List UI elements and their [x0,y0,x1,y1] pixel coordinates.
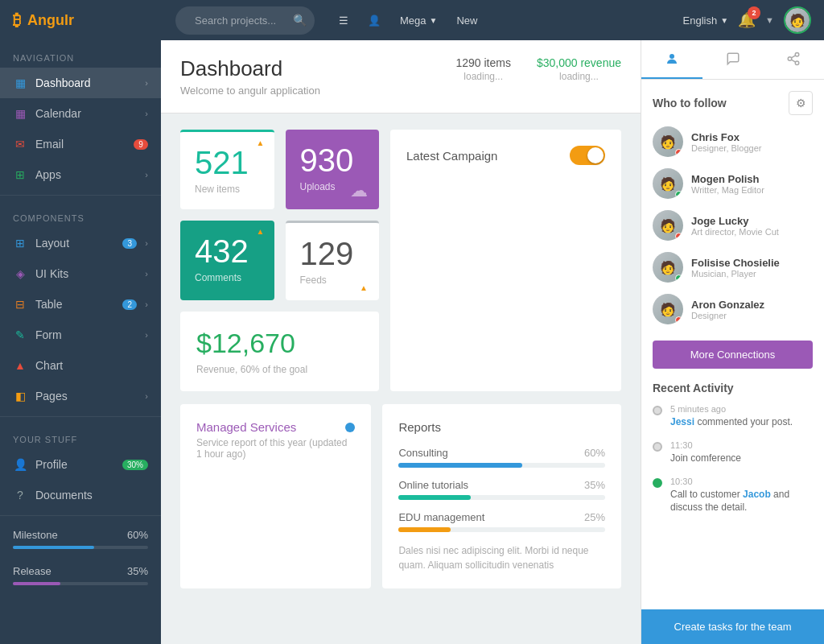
svg-point-0 [670,54,674,59]
status-dot [675,149,682,156]
consulting-label: Consulting [398,447,447,459]
notifications-button[interactable]: 🔔 2 [738,11,756,29]
sidebar-item-form[interactable]: ✎ Form › [0,320,161,350]
logo-icon: ₿ [13,11,21,30]
mega-menu-btn[interactable]: Mega ▼ [392,11,445,30]
search-button[interactable]: 🔍 [293,14,307,27]
sidebar-label-email: Email [35,138,126,151]
status-dot [675,316,682,324]
sidebar-item-table[interactable]: ⊟ Table 2 › [0,289,161,320]
sidebar-item-layout[interactable]: ⊞ Layout 3 › [0,228,161,258]
sidebar-item-documents[interactable]: ? Documents [0,480,161,510]
follower-name: Mogen Polish [691,173,764,185]
notification-badge: 2 [748,6,760,19]
new-menu-btn[interactable]: New [448,11,485,30]
logo: ₿ Angulr [13,11,166,30]
sidebar-item-email[interactable]: ✉ Email 9 [0,129,161,159]
triangle-icon: ▲ [257,138,265,147]
sidebar-item-chart[interactable]: ▲ Chart [0,350,161,381]
sidebar-item-ui-kits[interactable]: ◈ UI Kits › [0,258,161,289]
language-selector[interactable]: English ▼ [683,14,729,27]
sidebar-item-apps[interactable]: ⊞ Apps › [0,159,161,190]
release-progress: Release 35% [0,557,161,593]
sidebar-label-ui-kits: UI Kits [35,267,137,280]
profile-icon-btn[interactable]: 👤 [360,11,389,30]
activity-time-1: 5 minutes ago [670,404,793,414]
status-dot [675,233,682,240]
topbar-right: English ▼ 🔔 2 ▼ 🧑 [683,6,811,34]
toggle-knob [587,147,604,163]
comments-card: ▲ 432 Comments [180,221,274,300]
stuff-section-title: Your Stuff [0,422,161,449]
table-badge: 2 [122,299,137,310]
chevron-right-icon: › [145,78,148,88]
tab-profile[interactable] [641,40,702,79]
milestone-label: Milestone [13,529,58,541]
follower-role: Designer [691,311,764,320]
layout-badge: 3 [122,238,137,249]
comments-num: 432 [195,235,260,267]
ui-kits-icon: ◈ [13,266,27,281]
milestone-fill [13,546,94,549]
campaign-toggle[interactable] [570,146,605,165]
tab-share[interactable] [763,40,824,79]
sidebar: Navigation ▦ Dashboard › ▦ Calendar › ✉ … [0,40,161,644]
release-bar [13,582,148,585]
sidebar-label-table: Table [35,298,114,311]
feeds-num: 129 [300,237,365,270]
follow-item-folisise: 🧑 Folisise Chosielie Musician, Player [653,252,813,283]
stat-row-1: ▲ 521 New items 930 Uploads ☁ [180,130,379,209]
online-tutorials-label: Online tutorials [398,479,468,491]
dashboard-header: Dashboard Welcome to angulr application … [161,40,641,114]
follower-name: Aron Gonzalez [691,299,764,311]
reports-title: Reports [398,420,605,434]
sidebar-item-pages[interactable]: ◧ Pages › [0,381,161,411]
menu-icon-btn[interactable]: ☰ [331,11,356,30]
user-avatar[interactable]: 🧑 [784,6,811,34]
chevron-right-icon: › [145,299,148,309]
managed-dot-icon [345,423,355,432]
managed-services-card: Managed Services Service report of this … [180,404,371,588]
tab-messages[interactable] [702,40,764,79]
activity-dot-3 [653,478,662,488]
activity-link-jacob[interactable]: Jacob [743,489,771,500]
stat-revenue-loading: loading... [537,71,621,82]
stat-items-num: 1290 items [455,56,511,69]
follower-role: Designer, Blogger [691,143,761,153]
avatar-mogen-polish: 🧑 [653,168,683,199]
activity-time-3: 10:30 [670,477,813,486]
sidebar-item-profile[interactable]: 👤 Profile 30% [0,449,161,480]
email-badge: 9 [134,139,148,150]
reports-card: Reports Consulting 60% Online tutorials … [382,404,621,588]
settings-button[interactable]: ⚙ [789,91,813,115]
follower-role: Musician, Player [691,269,780,279]
edu-pct: 25% [584,511,605,523]
campaign-header: Latest Campaign [406,146,605,165]
report-consulting: Consulting 60% [398,447,605,468]
chevron-right-icon: › [145,391,148,401]
create-tasks-button[interactable]: Create tasks for the team [641,609,824,644]
form-icon: ✎ [13,328,27,342]
uploads-card: 930 Uploads ☁ [286,130,380,209]
activity-link-jessi[interactable]: Jessi [670,416,694,427]
chevron-right-icon: › [145,269,148,279]
chart-icon: ▲ [13,358,27,373]
follower-name: Folisise Chosielie [691,257,780,269]
search-input[interactable] [183,10,296,31]
arrow-down-icon[interactable]: ▼ [765,15,774,25]
sidebar-item-calendar[interactable]: ▦ Calendar › [0,98,161,129]
new-items-card: ▲ 521 New items [180,130,274,209]
activity-time-2: 11:30 [670,440,741,450]
report-online-tutorials: Online tutorials 35% [398,479,605,500]
follower-name: Chris Fox [691,131,761,143]
dashboard-stats: 1290 items loading... $30,000 revenue lo… [455,56,621,82]
release-fill [13,582,60,585]
more-connections-button[interactable]: More Connections [653,341,813,369]
svg-point-3 [795,61,799,65]
page-title: Dashboard [180,56,320,81]
follower-role: Writter, Mag Editor [691,185,764,195]
sidebar-item-dashboard[interactable]: ▦ Dashboard › [0,68,161,98]
follow-item-aron: 🧑 Aron Gonzalez Designer [653,294,813,324]
campaign-title: Latest Campaign [406,149,497,163]
logo-text: Angulr [27,12,74,29]
